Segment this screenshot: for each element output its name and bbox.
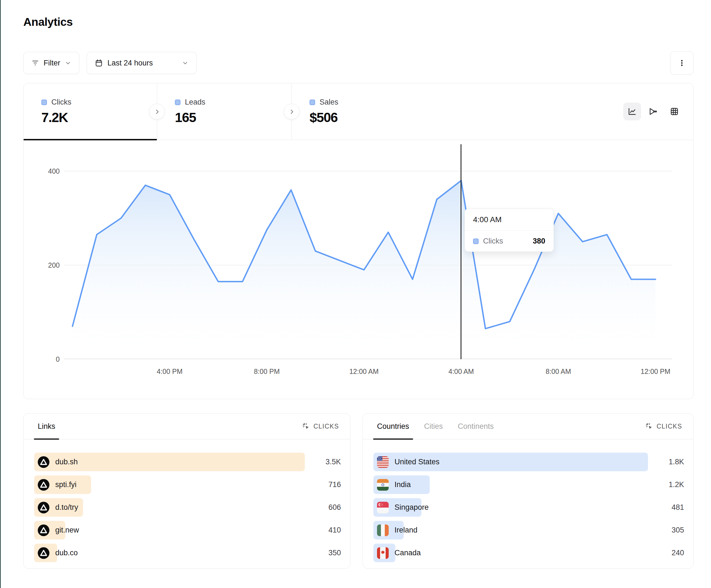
tooltip-value: 380 xyxy=(533,237,545,246)
x-axis-tick: 8:00 PM xyxy=(242,367,292,376)
link-label: git.new xyxy=(55,526,79,535)
pointer-click-icon xyxy=(302,422,310,430)
hover-crosshair-line xyxy=(460,144,461,359)
dub-logo-icon xyxy=(38,456,49,468)
link-clicks-value: 606 xyxy=(305,503,341,512)
pointer-click-icon xyxy=(645,422,653,430)
x-axis-tick: 12:00 AM xyxy=(339,367,389,376)
date-range-button[interactable]: Last 24 hours xyxy=(87,52,197,74)
tab-clicks[interactable]: Clicks 7.2K xyxy=(24,83,157,140)
table-grid-icon xyxy=(670,107,679,116)
link-row[interactable]: spti.fyi 716 xyxy=(34,475,341,494)
country-row[interactable]: Ireland 305 xyxy=(373,521,684,540)
flag-canada-icon xyxy=(377,547,389,559)
metric-label: Leads xyxy=(185,98,206,107)
x-axis-tick: 4:00 AM xyxy=(436,367,486,376)
flag-india-icon xyxy=(377,479,389,491)
country-clicks-value: 305 xyxy=(648,526,684,535)
geo-panel-header: Countries Cities Continents CLICKS xyxy=(363,413,693,439)
tab-leads[interactable]: Leads 165 xyxy=(157,83,292,140)
tooltip-legend-square-icon xyxy=(473,239,479,244)
area-chart[interactable] xyxy=(64,157,672,359)
analytics-page: Analytics Filter Last 24 hours Clicks 7.… xyxy=(0,0,711,569)
x-axis-tick: 8:00 AM xyxy=(533,367,583,376)
date-range-label: Last 24 hours xyxy=(107,59,153,67)
y-axis-tick: 0 xyxy=(35,355,60,364)
funnel-chart-icon xyxy=(649,107,658,116)
link-clicks-value: 716 xyxy=(305,480,341,489)
country-row[interactable]: India 1.2K xyxy=(373,475,684,494)
country-row[interactable]: Canada 240 xyxy=(373,544,684,562)
more-options-button[interactable] xyxy=(670,51,693,75)
country-label: India xyxy=(394,480,411,489)
link-row[interactable]: dub.sh 3.5K xyxy=(34,453,341,471)
dub-logo-icon xyxy=(38,502,49,513)
country-clicks-value: 1.2K xyxy=(648,480,684,489)
y-axis-tick: 200 xyxy=(35,261,60,270)
link-row[interactable]: d.to/try 606 xyxy=(34,498,341,517)
metric-value: 7.2K xyxy=(41,110,157,125)
dub-logo-icon xyxy=(38,479,49,491)
expand-leads-button[interactable] xyxy=(284,104,300,119)
geo-metric-header[interactable]: CLICKS xyxy=(645,422,682,430)
y-axis-tick: 400 xyxy=(35,166,60,176)
link-clicks-value: 410 xyxy=(305,526,341,535)
country-clicks-value: 1.8K xyxy=(648,458,684,466)
funnel-chart-toggle-button[interactable] xyxy=(644,103,662,120)
expand-clicks-button[interactable] xyxy=(149,104,165,119)
link-row[interactable]: git.new 410 xyxy=(34,521,341,540)
flag-united-states-icon xyxy=(377,456,389,468)
country-row[interactable]: United States 1.8K xyxy=(373,453,684,471)
x-axis-tick: 12:00 PM xyxy=(630,367,681,376)
links-metric-header[interactable]: CLICKS xyxy=(302,422,339,430)
links-panel: Links CLICKS dub.sh 3.5K spti xyxy=(23,413,350,569)
link-label: dub.co xyxy=(55,549,78,557)
sales-legend-square-icon xyxy=(309,99,315,105)
clicks-chart-region: 400 200 0 4:00 PM 8:00 PM 12:00 AM 4: xyxy=(24,140,693,399)
filter-button-label: Filter xyxy=(44,59,60,67)
country-label: United States xyxy=(394,458,439,466)
flag-ireland-icon xyxy=(377,524,389,536)
country-clicks-value: 481 xyxy=(648,503,684,512)
line-chart-toggle-button[interactable] xyxy=(623,103,641,120)
links-rows: dub.sh 3.5K spti.fyi 716 d.to/try 606 xyxy=(24,439,350,562)
links-metric-header-label: CLICKS xyxy=(314,423,339,430)
metric-label: Sales xyxy=(320,98,339,107)
country-label: Canada xyxy=(394,549,421,557)
filter-icon xyxy=(31,59,39,67)
filter-button[interactable]: Filter xyxy=(23,52,80,74)
links-panel-header: Links CLICKS xyxy=(24,413,350,439)
tab-continents[interactable]: Continents xyxy=(458,413,494,439)
tab-cities[interactable]: Cities xyxy=(424,413,443,439)
kebab-menu-icon xyxy=(678,59,686,67)
flag-singapore-icon xyxy=(377,502,389,513)
chevron-right-icon xyxy=(288,108,295,115)
clicks-legend-square-icon xyxy=(41,99,47,105)
link-label: spti.fyi xyxy=(55,480,77,489)
chevron-right-icon xyxy=(153,108,161,115)
link-clicks-value: 3.5K xyxy=(305,458,341,466)
x-axis-tick: 4:00 PM xyxy=(145,367,195,376)
metrics-tabs-row: Clicks 7.2K Leads 165 Sales $506 xyxy=(24,83,693,140)
calendar-icon xyxy=(95,59,103,67)
link-row[interactable]: dub.co 350 xyxy=(34,544,341,562)
link-clicks-value: 350 xyxy=(305,549,341,557)
country-row[interactable]: Singapore 481 xyxy=(373,498,684,517)
link-label: d.to/try xyxy=(55,503,78,512)
country-label: Ireland xyxy=(394,526,417,535)
chart-type-toggles xyxy=(623,103,683,120)
dub-logo-icon xyxy=(38,524,49,536)
chevron-down-icon xyxy=(182,60,189,66)
toolbar: Filter Last 24 hours xyxy=(23,51,693,75)
leads-legend-square-icon xyxy=(175,99,180,105)
country-clicks-value: 240 xyxy=(648,549,684,557)
country-label: Singapore xyxy=(394,503,429,512)
geo-panel: Countries Cities Continents CLICKS Unite… xyxy=(363,413,693,569)
table-view-toggle-button[interactable] xyxy=(666,103,683,120)
tab-countries[interactable]: Countries xyxy=(377,413,409,439)
page-title: Analytics xyxy=(23,15,693,28)
link-label: dub.sh xyxy=(55,458,78,466)
metric-value: 165 xyxy=(175,110,292,125)
tab-links[interactable]: Links xyxy=(38,413,55,439)
geo-metric-header-label: CLICKS xyxy=(656,423,682,430)
